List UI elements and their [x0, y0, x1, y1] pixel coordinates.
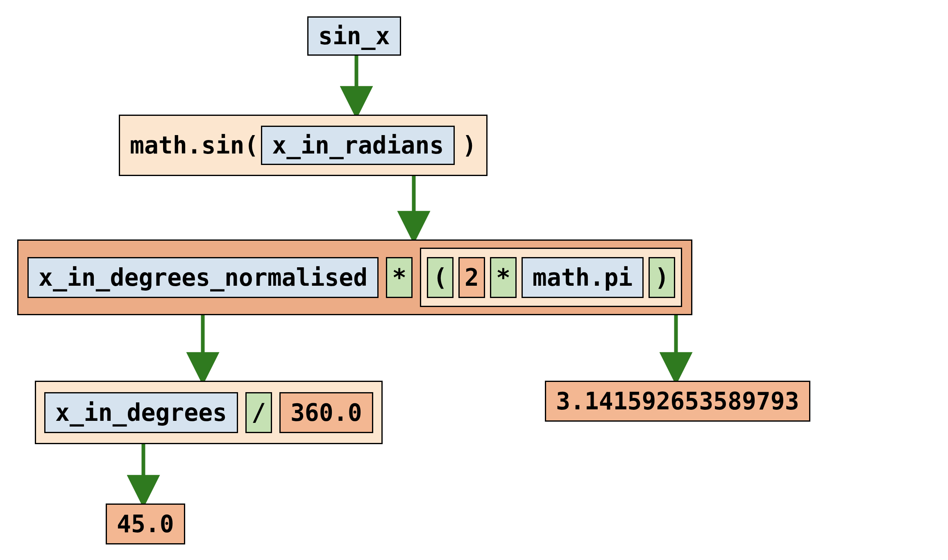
node-divide: x_in_degrees / 360.0: [35, 381, 383, 444]
node-op-divide: /: [245, 392, 272, 433]
expression-tree-diagram: sin_x math.sin( x_in_radians ) x_in_degr…: [0, 0, 948, 560]
node-sin-x: sin_x: [307, 16, 401, 56]
node-const-360: 360.0: [279, 392, 373, 433]
node-deg-value: 45.0: [106, 504, 185, 544]
node-paren-group: ( 2 * math.pi ): [420, 248, 682, 307]
label-op-multiply-1: *: [387, 260, 411, 296]
node-paren-close: ): [649, 257, 675, 298]
node-multiply-outer: x_in_degrees_normalised * ( 2 * math.pi: [17, 239, 692, 315]
node-const-2: 2: [458, 257, 485, 298]
node-math-pi: math.pi: [522, 257, 644, 298]
node-x-in-radians: x_in_radians: [261, 126, 455, 165]
node-x-in-degrees-normalised: x_in_degrees_normalised: [27, 257, 379, 298]
node-op-multiply-2: *: [490, 257, 517, 298]
label-op-multiply-2: *: [491, 260, 515, 296]
label-x-in-radians: x_in_radians: [262, 127, 454, 163]
node-pi-value: 3.141592653589793: [545, 381, 810, 422]
label-const-360: 360.0: [281, 395, 372, 431]
label-sin-x: sin_x: [308, 18, 400, 54]
node-paren-open: (: [427, 257, 454, 298]
label-const-2: 2: [460, 260, 484, 296]
label-x-in-degrees: x_in_degrees: [45, 395, 237, 431]
label-paren-open: (: [428, 260, 452, 296]
label-x-in-degrees-normalised: x_in_degrees_normalised: [29, 260, 377, 296]
label-math-pi: math.pi: [523, 260, 642, 296]
label-deg-value: 45.0: [107, 506, 184, 542]
label-op-divide: /: [247, 395, 271, 431]
label-math-sin-prefix: math.sin(: [130, 131, 261, 159]
label-paren-close: ): [650, 260, 674, 296]
node-math-sin-call: math.sin( x_in_radians ): [119, 115, 488, 176]
label-math-sin-suffix: ): [455, 131, 476, 159]
label-pi-value: 3.141592653589793: [546, 383, 809, 419]
node-x-in-degrees: x_in_degrees: [44, 392, 238, 433]
node-op-multiply-1: *: [386, 257, 413, 298]
